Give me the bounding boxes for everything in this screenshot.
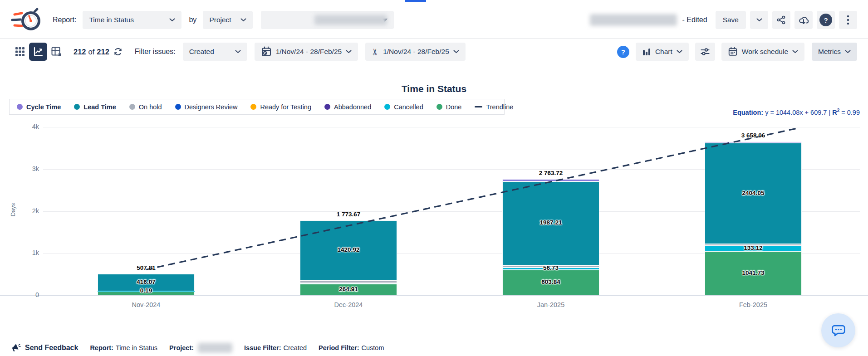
footer-issue-filter: Issue Filter:Created — [244, 344, 307, 351]
legend-dot-icon — [250, 104, 256, 110]
report-type-select[interactable]: Time in Status — [83, 11, 181, 29]
bar-chart-icon — [642, 47, 651, 56]
metrics-select[interactable]: Metrics — [812, 43, 857, 61]
chevron-down-icon — [235, 50, 241, 54]
y-axis-label: Days — [10, 203, 16, 217]
header-divider — [0, 38, 868, 39]
trendline-equation: Equation: y = 1044.08x + 609.7 | R2 = 0.… — [733, 108, 860, 116]
legend-item-cancelled[interactable]: Cancelled — [384, 103, 423, 111]
y-axis-tick: 4k — [14, 123, 39, 130]
legend-label: Designers Review — [185, 103, 238, 111]
legend-label: Trendline — [486, 103, 513, 111]
legend-dot-icon — [129, 104, 135, 110]
bar-segment-cycle-time[interactable] — [705, 141, 802, 143]
issue-count-of: of — [88, 48, 95, 56]
share-icon — [776, 15, 786, 25]
legend-label: Abbadonned — [334, 103, 371, 111]
legend-label: Lead Time — [83, 103, 116, 111]
bar-segment-cancelled[interactable] — [502, 268, 599, 270]
bar-total-label: 3 658.06 — [741, 132, 765, 139]
chat-widget-button[interactable] — [821, 313, 855, 347]
export-button[interactable] — [794, 11, 813, 29]
legend-item-designers-review[interactable]: Designers Review — [175, 103, 238, 111]
footer-report: Report:Time in Status — [90, 344, 157, 351]
footer: Send Feedback Report:Time in Status Proj… — [0, 339, 868, 356]
save-button[interactable]: Save — [716, 11, 746, 29]
equation-body: y = 1044.08x + 609.7 | — [765, 109, 830, 116]
gridline — [0, 295, 868, 296]
chart-help-button[interactable]: ? — [617, 46, 629, 58]
save-options-button[interactable] — [750, 11, 768, 29]
footer-project: Project: — [169, 343, 232, 353]
r-squared-value: = 0.99 — [841, 109, 860, 116]
blurred-report-name — [590, 14, 677, 26]
line-chart-icon — [33, 46, 44, 57]
app-header: Report: Time in Status by Project - Edit… — [0, 2, 868, 38]
question-icon: ? — [819, 14, 832, 26]
edited-indicator: - Edited — [682, 16, 707, 24]
bar-segment-on-hold[interactable] — [502, 265, 599, 268]
bar-segment-lead-time[interactable] — [502, 181, 599, 265]
toolbar: 212 of 212 Filter issues: Created 1/Nov/… — [0, 42, 868, 62]
bar-segment-lead-time[interactable] — [98, 274, 195, 292]
legend-label: Ready for Testing — [260, 103, 311, 111]
share-button[interactable] — [772, 11, 790, 29]
bar-segment-lead-time[interactable] — [300, 220, 397, 280]
bar-total-label: 2 763.72 — [539, 170, 563, 176]
filter-issues-label: Filter issues: — [135, 48, 176, 56]
chart-type-select[interactable]: Chart — [636, 43, 689, 61]
blurred-footer-project — [198, 343, 232, 353]
group-by-select[interactable]: Project — [203, 11, 253, 29]
trendline-swatch-icon — [475, 106, 482, 107]
pivot-view-button[interactable] — [47, 43, 65, 61]
date-range-select[interactable]: 1/Nov/24 - 28/Feb/25 — [255, 43, 358, 61]
bar-segment-done[interactable] — [98, 292, 195, 295]
chart-settings-button[interactable] — [695, 43, 715, 61]
legend-item-lead-time[interactable]: Lead Time — [74, 103, 116, 111]
chart-title: Time in Status — [0, 83, 868, 94]
work-schedule-select[interactable]: Work schedule — [721, 43, 804, 61]
refresh-button[interactable] — [113, 47, 123, 57]
x-axis-tick: Feb-2025 — [703, 301, 803, 308]
header-actions: - Edited Save ? — [590, 11, 857, 29]
bar-segment-lead-time[interactable] — [705, 143, 802, 244]
chevron-down-icon — [677, 50, 682, 54]
more-menu-button[interactable] — [839, 11, 857, 29]
send-feedback-button[interactable]: Send Feedback — [11, 343, 78, 353]
bar-segment-cycle-time[interactable] — [502, 179, 599, 182]
legend-dot-icon — [74, 104, 80, 110]
legend-item-ready-for-testing[interactable]: Ready for Testing — [250, 103, 311, 111]
legend-item-done[interactable]: Done — [436, 103, 462, 111]
legend-item-trendline[interactable]: Trendline — [475, 103, 513, 111]
grid-icon — [15, 47, 25, 57]
metrics-value: Metrics — [818, 48, 841, 56]
calendar-clock-icon — [261, 46, 272, 57]
app-logo-icon — [11, 6, 43, 34]
chevron-down-icon — [845, 50, 851, 54]
blurred-project-name — [314, 15, 387, 25]
issue-filter-select[interactable]: Created — [183, 43, 247, 61]
bar-segment-done[interactable] — [705, 251, 802, 295]
grid-view-button[interactable] — [11, 43, 29, 61]
legend-item-cycle-time[interactable]: Cycle Time — [17, 103, 61, 111]
trim-range-select[interactable]: ✂ 1/Nov/24 - 28/Feb/25 — [365, 43, 466, 61]
bar-segment-on-hold[interactable] — [705, 244, 802, 246]
bar-segment-cancelled[interactable] — [300, 283, 397, 284]
sliders-icon — [700, 46, 711, 57]
legend-item-on-hold[interactable]: On hold — [129, 103, 162, 111]
help-button[interactable]: ? — [817, 11, 835, 29]
project-select[interactable] — [261, 11, 394, 29]
legend-item-abbadonned[interactable]: Abbadonned — [324, 103, 371, 111]
chart-view-button[interactable] — [29, 43, 47, 61]
bar-segment-done[interactable] — [300, 284, 397, 295]
bar-segment-cancelled[interactable] — [98, 291, 195, 292]
bar-segment-done[interactable] — [502, 270, 599, 295]
bar-total-label: 507.81 — [137, 264, 155, 271]
y-axis-tick: 2k — [14, 207, 39, 215]
issue-filter-value: Created — [189, 48, 214, 56]
bar-segment-on-hold[interactable] — [300, 280, 397, 283]
megaphone-icon — [11, 343, 21, 353]
x-axis-tick: Dec-2024 — [299, 301, 398, 308]
pivot-table-icon — [51, 46, 62, 57]
bar-segment-cancelled[interactable] — [705, 246, 802, 251]
